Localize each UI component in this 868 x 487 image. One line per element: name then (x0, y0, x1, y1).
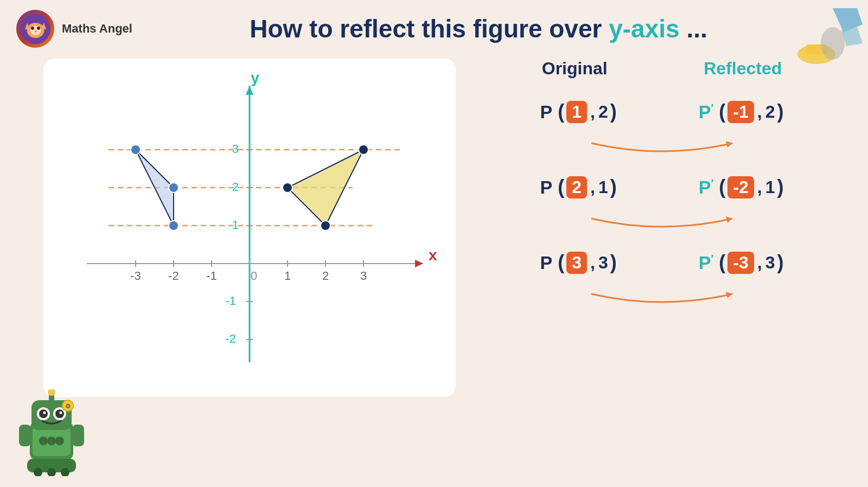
main-title: How to reflect this figure over y-axis .… (149, 14, 808, 43)
svg-point-5 (31, 27, 34, 30)
original-x-2: 2 (566, 176, 587, 198)
svg-text:-2: -2 (168, 269, 179, 283)
arrow-2 (477, 214, 846, 235)
reflected-x-3: -3 (727, 252, 754, 274)
reflected-y-2: 1 (765, 177, 775, 197)
svg-point-50 (169, 221, 178, 230)
svg-marker-19 (246, 86, 253, 95)
reflected-label-1: P′ (699, 101, 713, 123)
svg-point-51 (359, 145, 368, 155)
svg-text:3: 3 (360, 269, 367, 283)
svg-text:x: x (429, 247, 437, 264)
reflected-y-1: 2 (765, 102, 775, 122)
svg-point-62 (39, 409, 48, 418)
column-header-original: Original (542, 59, 608, 79)
logo (16, 10, 54, 48)
original-x-1: 1 (566, 101, 587, 123)
svg-point-48 (131, 145, 141, 155)
svg-point-6 (37, 27, 40, 30)
svg-point-53 (321, 221, 330, 230)
svg-text:0: 0 (251, 269, 257, 283)
svg-text:-2: -2 (225, 332, 236, 345)
svg-marker-56 (726, 292, 732, 298)
svg-text:3: 3 (232, 142, 239, 156)
svg-rect-72 (72, 425, 84, 446)
title-suffix: ... (680, 15, 707, 43)
svg-text:-1: -1 (206, 269, 217, 283)
brand-name: Maths Angel (62, 22, 132, 36)
right-panel: Original Reflected P ( 1 , 2 ) P′ ( -1 ,… (477, 59, 846, 313)
svg-rect-71 (19, 425, 31, 446)
title-highlight: y-axis (609, 15, 679, 43)
robot-character: ⚙ (16, 389, 87, 476)
original-y-3: 3 (598, 253, 608, 273)
reflected-x-2: -2 (727, 176, 754, 198)
arrow-1 (477, 139, 846, 160)
svg-point-70 (55, 437, 64, 445)
svg-text:2: 2 (322, 269, 329, 283)
svg-point-69 (47, 437, 56, 445)
title-prefix: How to reflect this figure over (250, 15, 609, 43)
svg-point-68 (39, 437, 48, 445)
reflected-coord-1: P′ ( -1 , 2 ) (699, 100, 784, 123)
svg-text:1: 1 (284, 269, 291, 283)
svg-marker-55 (726, 216, 732, 223)
reflected-x-1: -1 (727, 101, 754, 123)
svg-point-52 (283, 183, 292, 193)
original-coord-1: P ( 1 , 2 ) (540, 100, 617, 123)
original-coord-3: P ( 3 , 3 ) (540, 251, 617, 274)
svg-point-63 (55, 409, 64, 418)
header: Maths Angel How to reflect this figure o… (0, 0, 868, 53)
arrow-3 (477, 290, 846, 311)
reflected-coord-3: P′ ( -3 , 3 ) (699, 251, 784, 274)
point-label-1: P (540, 101, 553, 123)
coord-card-3: P ( 3 , 3 ) P′ ( -3 , 3 ) (477, 238, 846, 287)
column-header-reflected: Reflected (704, 59, 782, 79)
decorative-shapes (778, 3, 865, 86)
point-label-3: P (540, 252, 553, 273)
original-y-2: 1 (598, 177, 608, 197)
coordinate-graph: -3 -2 -1 0 1 2 3 3 2 1 -1 -2 x y (54, 69, 445, 384)
svg-text:-1: -1 (225, 294, 236, 307)
svg-point-12 (821, 27, 845, 60)
svg-marker-18 (415, 260, 423, 267)
svg-point-7 (34, 30, 36, 32)
svg-point-64 (43, 412, 46, 414)
svg-point-49 (169, 183, 178, 193)
point-label-2: P (540, 177, 553, 198)
graph-panel: -3 -2 -1 0 1 2 3 3 2 1 -1 -2 x y (43, 59, 456, 397)
reflected-label-2: P′ (699, 177, 713, 198)
svg-text:1: 1 (232, 218, 239, 232)
coord-card-2: P ( 2 , 1 ) P′ ( -2 , 1 ) (477, 163, 846, 212)
coord-card-1: P ( 1 , 2 ) P′ ( -1 , 2 ) (477, 87, 846, 136)
reflected-y-3: 3 (765, 253, 775, 273)
main-content: -3 -2 -1 0 1 2 3 3 2 1 -1 -2 x y (0, 53, 868, 402)
original-y-1: 2 (598, 102, 608, 122)
svg-text:-3: -3 (130, 269, 141, 283)
reflected-coord-2: P′ ( -2 , 1 ) (699, 176, 784, 198)
original-x-3: 3 (566, 252, 587, 274)
reflected-label-3: P′ (699, 252, 713, 273)
svg-marker-54 (726, 141, 732, 148)
svg-point-65 (60, 412, 62, 414)
svg-text:y: y (251, 69, 259, 86)
svg-text:⚙: ⚙ (65, 402, 71, 410)
original-coord-2: P ( 2 , 1 ) (540, 176, 617, 198)
svg-text:2: 2 (232, 180, 239, 194)
